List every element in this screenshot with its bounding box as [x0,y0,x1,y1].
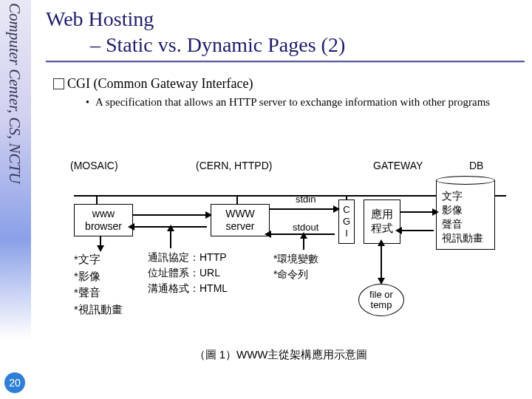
bs-arrow-l [128,223,134,231]
ad-arrow-l [395,227,402,234]
ellipse-file: file or temp [358,284,404,316]
env-arrow-u [300,232,307,239]
db-media-text: 文字 影像 聲音 視訊動畫 [442,189,483,245]
label-stdout: stdout [293,222,318,233]
sc-line-top [270,208,335,210]
ad-line-bot [400,230,434,231]
square-bullet-icon [53,78,64,89]
ad-line-top [400,211,434,213]
slide-title: Web Hosting – Static vs. Dynamic Pages (… [46,6,525,58]
box-cgi-text: C G I [343,204,350,240]
label-proto: 通訊協定：HTTP 位址體系：URL 溝通格式：HTML [148,250,228,296]
label-db: DB [469,160,483,171]
bullet-row: CGI (Common Gateway Interface) [53,76,525,92]
title-underline [46,61,525,63]
box-app-text: 應用 程式 [371,208,393,236]
box-app: 應用 程式 [364,200,400,244]
box-server-text: WWW server [225,208,255,233]
bs-line-top [133,214,207,216]
sub-bullet-row: • A specification that allows an HTTP se… [86,96,525,109]
label-media: *文字 *影像 *聲音 *視訊動畫 [74,251,123,318]
ad-arrow-r [432,208,439,216]
box-browser-text: www browser [85,208,122,233]
slide-number-badge: 20 [4,372,25,393]
box-browser: www browser [74,204,133,236]
proto-arrow-u [167,225,174,231]
proto-drop [170,229,171,248]
ellipse-file-text: file or temp [369,290,393,311]
label-gateway: GATEWAY [373,160,423,171]
architecture-diagram: (MOSAIC) (CERN, HTTPD) GATEWAY DB www br… [44,160,517,366]
diagram-caption: （圖 1）WWW主從架構應用示意圖 [44,348,517,362]
bullet-text: CGI (Common Gateway Interface) [67,76,253,92]
slide-body: CGI (Common Gateway Interface) • A speci… [53,76,525,109]
bs-arrow-r [205,211,212,219]
sc-arrow-l [265,231,271,238]
label-stdin: stdin [296,194,316,205]
box-server: WWW server [211,204,270,236]
title-line2: – Static vs. Dynamic Pages (2) [46,32,525,58]
file-drop [381,244,382,279]
dot-bullet-icon: • [86,96,89,109]
drop-browser [96,195,98,204]
slide-number: 20 [9,377,21,389]
label-env: *環境變數 *命令列 [273,251,318,282]
sidebar-org-text: Computer Center, CS, NCTU [5,3,24,183]
db-cylinder: 文字 影像 聲音 視訊動畫 [436,176,495,250]
sc-arrow-r [333,205,340,213]
slide-content: Web Hosting – Static vs. Dynamic Pages (… [46,6,525,109]
title-line1: Web Hosting [46,7,154,30]
drop-server [236,195,238,204]
label-mosaic: (MOSAIC) [70,160,118,171]
file-arrow-u1 [378,239,385,246]
box-cgi: C G I [338,200,355,244]
label-cern: (CERN, HTTPD) [196,160,272,171]
sub-bullet-text: A specification that allows an HTTP serv… [95,96,490,109]
sidebar: Computer Center, CS, NCTU [0,0,31,399]
